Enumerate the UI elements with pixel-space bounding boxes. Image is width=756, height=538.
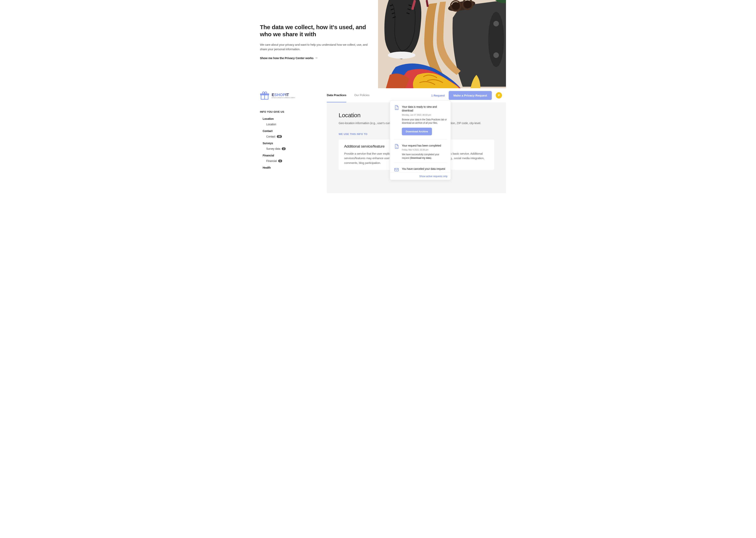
svg-rect-21 [395, 168, 399, 171]
gift-icon [260, 91, 269, 100]
hero-link-text: Show me how the Privacy Center works [260, 56, 314, 60]
hero-body: We care about your privacy and want to h… [260, 42, 370, 51]
request-count-link[interactable]: 1 Request [431, 94, 445, 97]
count-badge: 6 [278, 160, 282, 162]
svg-point-16 [265, 92, 267, 94]
hero-title: The data we collect, how it's used, and … [260, 24, 370, 38]
svg-point-18 [397, 108, 397, 108]
sidebar-item-financial[interactable]: Financial 6 [266, 159, 323, 163]
sidebar-item-survey-data[interactable]: Survey data 2 [266, 147, 323, 150]
file-icon [394, 105, 399, 110]
mail-icon [394, 167, 399, 172]
notifications-dropdown: Your data is ready to view and download … [390, 100, 451, 180]
svg-point-17 [396, 108, 397, 108]
sidebar-group-financial[interactable]: Financial [262, 154, 323, 157]
svg-point-8 [452, 2, 460, 10]
svg-point-3 [494, 52, 499, 58]
notification-item[interactable]: Your data is ready to view and download … [390, 101, 450, 139]
notification-item[interactable]: Your request has been completed Friday, … [390, 139, 450, 163]
sidebar-group-health[interactable]: Health [262, 166, 323, 169]
svg-point-20 [397, 147, 397, 147]
svg-point-1 [488, 12, 504, 67]
svg-point-9 [464, 0, 472, 8]
sidebar-group-contact[interactable]: Contact [262, 130, 323, 133]
tab-our-policies[interactable]: Our Policies [354, 88, 369, 102]
notification-date: Monday, Jun 27 2022, 06:03 pm [402, 114, 447, 116]
sidebar-group-location[interactable]: Location [262, 117, 323, 120]
svg-point-15 [262, 92, 264, 94]
logo-subtitle: WORLD'S LARGEST E-COMMERCE COMPANY [272, 97, 295, 98]
download-archive-button[interactable]: Download Archive [402, 128, 432, 135]
file-icon [394, 144, 399, 149]
svg-point-19 [396, 147, 397, 147]
hero-how-link[interactable]: Show me how the Privacy Center works → [260, 56, 318, 60]
notification-title: You have canceled your data request [402, 167, 447, 171]
notification-title: Your data is ready to view and download [402, 105, 447, 113]
count-badge: 2 [282, 147, 286, 150]
avatar[interactable]: P [496, 92, 502, 98]
notification-item[interactable]: You have canceled your data request [390, 163, 450, 172]
sidebar-group-surveys[interactable]: Surveys [262, 142, 323, 145]
notification-title: Your request has been completed [402, 144, 447, 147]
tab-data-practices[interactable]: Data Practices [327, 88, 346, 102]
sidebar-header: INFO YOU GIVE US [260, 110, 323, 113]
svg-point-4 [388, 52, 415, 59]
svg-point-2 [494, 21, 499, 27]
arrow-right-icon: → [315, 56, 318, 60]
sidebar-item-location[interactable]: Location [266, 123, 323, 126]
logo[interactable]: ESHOPIT WORLD'S LARGEST E-COMMERCE COMPA… [250, 91, 327, 100]
count-badge: 28 [277, 135, 282, 138]
notification-date: Friday, Mar 4 2022, 03:35 pm [402, 148, 447, 151]
make-privacy-request-button[interactable]: Make a Privacy Request [449, 91, 492, 100]
hero-image [378, 0, 506, 88]
notification-text: We have successfully completed your requ… [402, 153, 447, 160]
notification-text: Browse your data in the Data Practices t… [402, 118, 447, 125]
sidebar-item-contact[interactable]: Contact 28 [266, 135, 323, 138]
logo-word: ESHOPIT [272, 92, 295, 97]
show-active-only-link[interactable]: Show active requests only [419, 175, 448, 178]
